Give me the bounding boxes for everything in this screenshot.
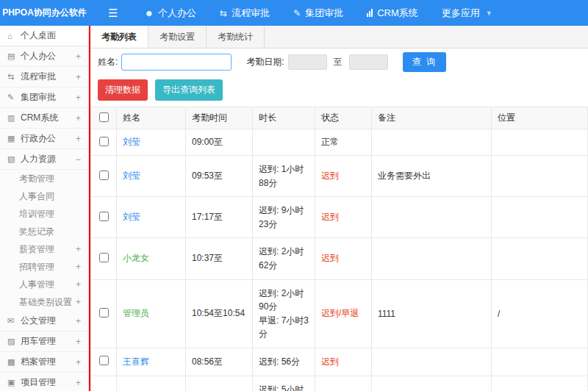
attendance-time: 09:00至 xyxy=(186,129,253,156)
search-button[interactable]: 查 询 xyxy=(403,52,446,72)
duration-cell: 迟到: 56分 xyxy=(253,348,315,376)
date-from-input[interactable] xyxy=(288,54,327,70)
chart-icon xyxy=(367,9,373,17)
expand-icon: + xyxy=(76,276,82,293)
employee-link[interactable]: 刘莹 xyxy=(123,212,140,222)
nav-group-approval[interactable]: ✎ 集团审批 xyxy=(282,0,355,26)
sidebar-item-documents[interactable]: ✉ 公文管理 + xyxy=(0,311,88,331)
table-row: 刘莹 17:17至 迟到: 9小时23分 迟到 xyxy=(91,197,588,238)
sidebar-item-hr[interactable]: ▧ 人力资源 − xyxy=(0,149,88,170)
col-duration: 时长 xyxy=(253,107,315,129)
sidebar-item-base-category[interactable]: 基础类别设置 + xyxy=(0,293,88,311)
nav-more-apps[interactable]: 更多应用 ▼ xyxy=(430,0,504,26)
sidebar-item-training[interactable]: 培训管理 xyxy=(0,205,88,223)
employee-link[interactable]: 王喜辉 xyxy=(123,356,149,367)
select-all-checkbox[interactable] xyxy=(99,112,109,122)
table-row: 管理员 10:54至10:54 迟到: 2小时90分早退: 7小时3分 迟到/早… xyxy=(91,279,588,348)
sidebar-item-flow-approval[interactable]: ⇆ 流程审批 + xyxy=(0,67,88,87)
remark-cell: 业务需要外出 xyxy=(372,156,492,197)
attendance-time: 10:54至10:54 xyxy=(186,279,253,348)
sidebar-item-admin-office[interactable]: ▦ 行政办公 + xyxy=(0,129,88,149)
remark-cell xyxy=(372,129,492,156)
nav-crm[interactable]: CRM系统 xyxy=(355,0,430,26)
tab-attendance-stats[interactable]: 考勤统计 xyxy=(207,26,265,48)
nav-label: 集团审批 xyxy=(305,7,343,20)
tab-attendance-settings[interactable]: 考勤设置 xyxy=(148,26,207,48)
expand-icon: + xyxy=(76,357,82,367)
hr-icon: ▧ xyxy=(7,154,18,164)
tab-attendance-list[interactable]: 考勤列表 xyxy=(90,26,148,48)
row-checkbox[interactable] xyxy=(99,308,109,318)
mail-icon: ✉ xyxy=(7,316,18,326)
table-row: 刘莹 09:53至 迟到: 1小时88分 迟到 业务需要外出 xyxy=(91,156,588,197)
expand-icon: + xyxy=(76,72,82,82)
row-checkbox[interactable] xyxy=(99,171,109,180)
location-cell xyxy=(492,156,588,197)
col-name: 姓名 xyxy=(117,107,186,129)
sidebar-item-project[interactable]: ▣ 项目管理 + xyxy=(0,373,88,391)
tab-bar: 考勤列表 考勤设置 考勤统计 xyxy=(90,26,588,49)
sidebar-item-archive[interactable]: ▩ 档案管理 + xyxy=(0,352,88,373)
expand-icon: + xyxy=(76,134,82,144)
sidebar: ⌂ 个人桌面 ▤ 个人办公 + ⇆ 流程审批 + ✎ 集团审批 + ▥ CRM系… xyxy=(0,26,89,391)
attendance-table-wrap: 姓名 考勤时间 时长 状态 备注 位置 刘莹 09:00至 正常 xyxy=(90,107,588,391)
sidebar-item-recruit[interactable]: 招聘管理 + xyxy=(0,258,88,276)
expand-icon: + xyxy=(76,51,82,62)
row-checkbox[interactable] xyxy=(99,212,109,221)
sidebar-item-vehicle[interactable]: ▨ 用车管理 + xyxy=(0,331,88,352)
status-badge: 迟到 xyxy=(315,156,372,197)
remark-cell xyxy=(372,197,492,238)
employee-link[interactable]: 管理员 xyxy=(123,308,149,318)
sidebar-item-desktop[interactable]: ⌂ 个人桌面 xyxy=(0,26,88,46)
table-row: 黄蓉 13:20至13:20 迟到: 5小时33分早退: 4小时67分 迟到/早… xyxy=(91,376,588,391)
sidebar-item-crm[interactable]: ▥ CRM系统 + xyxy=(0,108,88,129)
office-icon: ▦ xyxy=(7,134,18,143)
attendance-time: 09:53至 xyxy=(186,156,253,197)
col-time: 考勤时间 xyxy=(186,107,253,129)
project-icon: ▣ xyxy=(7,378,18,387)
sidebar-item-rewards[interactable]: 奖惩记录 xyxy=(0,223,88,240)
nav-personal-office[interactable]: ☻ 个人办公 xyxy=(132,0,208,26)
nav-flow-approval[interactable]: ⇆ 流程审批 xyxy=(208,0,282,26)
row-checkbox[interactable] xyxy=(99,137,109,146)
sidebar-item-group-approval[interactable]: ✎ 集团审批 + xyxy=(0,87,88,108)
table-row: 王喜辉 08:56至 迟到: 56分 迟到 xyxy=(91,348,588,376)
row-checkbox[interactable] xyxy=(99,356,109,365)
expand-icon: + xyxy=(76,240,82,258)
table-row: 小龙女 10:37至 迟到: 2小时62分 迟到 xyxy=(91,238,588,279)
location-cell: / xyxy=(492,279,588,348)
filter-bar: 姓名: 考勤日期: 至 查 询 xyxy=(90,49,588,76)
employee-link[interactable]: 小龙女 xyxy=(123,253,149,263)
expand-icon: + xyxy=(76,337,82,347)
name-filter-input[interactable] xyxy=(121,54,232,71)
sidebar-item-salary[interactable]: 薪资管理 + xyxy=(0,240,88,258)
top-navigation: ☻ 个人办公 ⇆ 流程审批 ✎ 集团审批 CRM系统 更多应用 ▼ xyxy=(132,0,503,26)
sidebar-item-attendance[interactable]: 考勤管理 xyxy=(0,170,88,187)
status-badge: 迟到/早退 xyxy=(315,279,372,348)
col-status: 状态 xyxy=(315,107,372,129)
archive-icon: ▩ xyxy=(7,357,18,367)
sidebar-item-personal-office[interactable]: ▤ 个人办公 + xyxy=(0,46,88,67)
edit-icon: ✎ xyxy=(7,93,18,102)
expand-icon: + xyxy=(76,293,82,311)
car-icon: ▨ xyxy=(7,337,18,346)
caret-down-icon: ▼ xyxy=(486,10,492,17)
date-to-input[interactable] xyxy=(349,54,388,70)
expand-icon: + xyxy=(76,258,82,276)
hr-submenu: 考勤管理 人事合同 培训管理 奖惩记录 薪资管理 + 招聘管理 + xyxy=(0,170,88,311)
clean-data-button[interactable]: 清理数据 xyxy=(98,79,148,101)
status-badge: 迟到/早退 xyxy=(315,376,372,391)
sidebar-item-personnel[interactable]: 人事管理 + xyxy=(0,276,88,293)
location-cell xyxy=(492,348,588,376)
export-list-button[interactable]: 导出查询列表 xyxy=(155,79,223,101)
expand-icon: + xyxy=(76,378,82,388)
row-checkbox[interactable] xyxy=(99,253,109,262)
sidebar-item-hr-contract[interactable]: 人事合同 xyxy=(0,187,88,205)
menu-icon[interactable]: ☰ xyxy=(108,7,118,20)
date-to-label: 至 xyxy=(334,56,343,68)
employee-link[interactable]: 刘莹 xyxy=(123,137,140,147)
table-header-row: 姓名 考勤时间 时长 状态 备注 位置 xyxy=(91,107,588,129)
person-icon: ▤ xyxy=(7,51,18,61)
employee-link[interactable]: 刘莹 xyxy=(123,171,140,181)
collapse-icon: − xyxy=(76,154,82,165)
